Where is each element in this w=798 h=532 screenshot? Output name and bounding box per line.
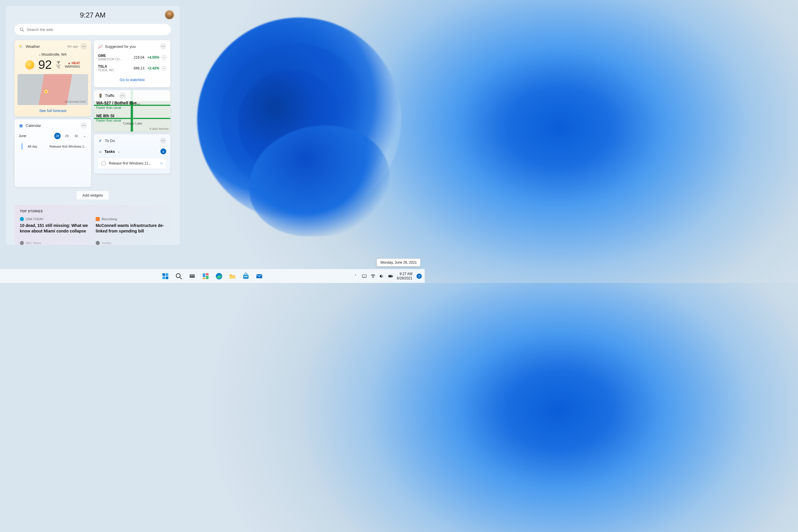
weather-warning: ▲ HEAT WARNING [65,61,80,68]
traffic-widget[interactable]: 🚦 Traffic ⋯ WA-527 / Bothell Eve... Fast… [94,90,170,132]
chevron-down-icon[interactable]: ⌄ [117,149,121,154]
traffic-icon: 🚦 [98,93,103,98]
forecast-link[interactable]: See full forecast [15,105,91,116]
news-story-2[interactable]: Bloomberg McConnell wants infrastructure… [96,217,166,234]
keyboard-icon[interactable] [362,274,367,279]
calendar-day-29[interactable]: 29 [63,133,70,139]
svg-rect-4 [163,277,165,279]
add-widgets-button[interactable]: Add widgets [77,191,109,200]
calendar-month: June [19,134,26,138]
svg-rect-9 [190,274,195,276]
todo-more-button[interactable]: ⋯ [160,137,166,144]
traffic-road-1: WA-527 / Bothell Eve... [96,101,140,105]
todo-section-label[interactable]: Tasks [104,149,115,154]
taskbar-clock[interactable]: 9:27 AM 6/28/2021 [397,272,413,280]
calendar-icon: ▦ [19,123,23,128]
weather-more-button[interactable]: ⋯ [80,43,87,50]
todo-widget[interactable]: ✔ To Do ⋯ ⌂ Tasks ⌄ + Release first Wind… [94,134,170,173]
traffic-status-2: Faster than usual [96,119,121,122]
traffic-more-button[interactable]: ⋯ [119,93,126,99]
svg-point-27 [373,277,373,278]
svg-rect-3 [166,273,168,276]
calendar-more-button[interactable]: ⋯ [80,122,87,129]
calendar-day-30[interactable]: 30 [73,133,79,139]
task-checkbox[interactable] [101,161,106,166]
traffic-copyright: © 2021 TomTom [150,128,169,130]
stocks-widget[interactable]: 📈 Suggested for you ⋯ GME GAMESTOP CO...… [94,40,170,87]
store-button[interactable] [240,270,252,282]
tray-chevron-icon[interactable]: ˄ [353,274,358,279]
stock-row-gme[interactable]: GME GAMESTOP CO... 219.04 +4.55% + [94,52,170,63]
calendar-event-title: Release first Windows 1... [50,145,87,148]
top-stories-widget[interactable]: TOP STORIES USA TODAY 10 dead, 151 still… [15,205,171,245]
calendar-event[interactable]: All day Release first Windows 1... [15,141,91,150]
panel-time: 9:27 AM [15,11,171,19]
svg-point-6 [176,273,180,278]
svg-rect-17 [244,276,246,277]
news-story-1[interactable]: USA TODAY 10 dead, 151 still missing: Wh… [20,217,90,234]
volume-icon[interactable] [379,274,384,279]
news-title-2: McConnell wants infrastructure de-linked… [96,223,166,234]
stock-row-tsla[interactable]: TSLA TESLA, INC. 688.13 +2.42% + [94,63,170,74]
user-avatar[interactable] [165,10,174,20]
svg-rect-19 [256,274,262,278]
search-icon [19,27,24,32]
chevron-down-icon[interactable]: ⌄ [82,134,87,138]
stocks-more-button[interactable]: ⋯ [160,43,166,50]
calendar-widget[interactable]: ▦ Calendar ⋯ June 28 29 30 ⌄ All day Rel… [15,119,91,187]
svg-rect-18 [246,276,247,277]
start-button[interactable] [159,270,171,282]
calendar-day-28[interactable]: 28 [54,133,61,139]
star-icon[interactable]: ☆ [160,161,163,165]
notification-badge[interactable]: 2 [417,273,422,279]
svg-rect-10 [203,273,205,277]
date-tooltip: Monday, June 28, 2021 [377,259,421,267]
news-title-1: 10 dead, 151 still missing: What we know… [20,223,90,234]
svg-point-0 [20,28,22,30]
todo-item[interactable]: Release first Windows 11... ☆ [97,158,167,169]
traffic-road-2: NE 8th St [96,113,114,118]
search-input[interactable] [27,27,166,32]
widgets-button[interactable] [200,270,211,282]
svg-rect-15 [230,276,235,279]
weather-temperature: 92 [38,58,52,72]
mail-button[interactable] [253,270,265,282]
source-icon [20,241,24,245]
svg-rect-2 [163,273,165,276]
add-stock-button[interactable]: + [162,66,166,71]
weather-map[interactable]: WASHINGTON [18,74,88,105]
taskbar-search-button[interactable] [173,270,185,282]
watchlist-link[interactable]: Go to watchlist [94,74,170,87]
map-pin-icon [44,90,48,93]
add-task-button[interactable]: + [160,149,166,154]
traffic-status-1: Faster than usual [96,106,121,109]
add-stock-button[interactable]: + [162,55,166,60]
todo-icon: ✔ [98,138,103,143]
widgets-panel: 9:27 AM ⛅ Weather 6m ago ⋯ ⌂ Woodinville… [6,6,180,245]
weather-title: Weather [26,44,40,49]
edge-button[interactable] [213,270,225,282]
file-explorer-button[interactable] [227,270,238,282]
battery-icon[interactable] [388,274,393,279]
svg-rect-5 [166,277,168,279]
traffic-title: Traffic [105,94,115,98]
weather-widget[interactable]: ⛅ Weather 6m ago ⋯ ⌂ Woodinville, WA 92 … [15,40,91,116]
top-stories-heading: TOP STORIES [20,209,166,213]
svg-rect-11 [206,273,209,275]
search-box[interactable] [15,24,171,35]
wifi-icon[interactable] [371,274,375,279]
svg-line-1 [22,30,24,32]
temperature-units[interactable]: °F °C [56,61,61,69]
traffic-place-label: Cottage Lake [123,121,142,125]
svg-rect-20 [362,275,366,278]
source-icon [20,217,24,221]
source-icon [96,241,100,245]
svg-rect-13 [203,278,205,279]
stocks-title: Suggested for you [105,44,136,49]
weather-age: 6m ago [68,45,78,48]
svg-rect-16 [243,275,248,279]
calendar-title: Calendar [26,124,41,128]
home-icon: ⌂ [98,149,103,154]
task-view-button[interactable] [186,270,198,282]
stocks-icon: 📈 [98,44,103,49]
